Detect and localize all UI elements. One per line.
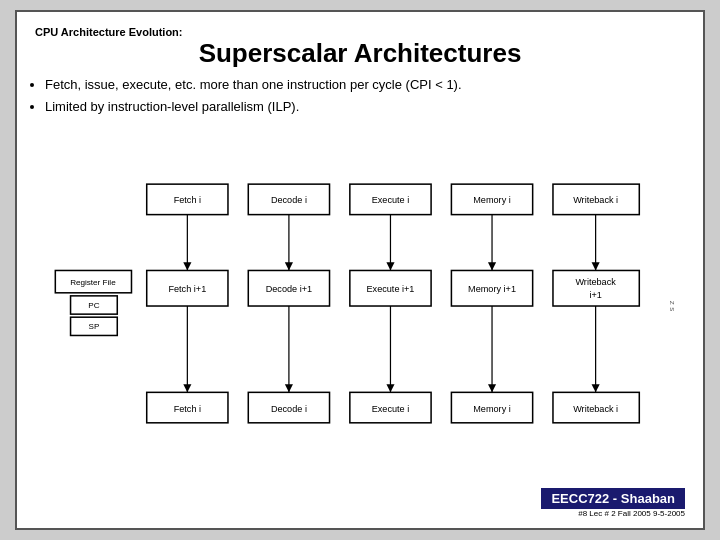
svg-marker-50 <box>285 384 293 392</box>
svg-marker-40 <box>285 262 293 270</box>
bullet-2: Limited by instruction-level parallelism… <box>45 98 685 116</box>
pipeline-svg: Fetch i Decode i Execute i Memory i Writ… <box>35 128 685 484</box>
svg-text:Writeback i: Writeback i <box>573 195 618 205</box>
title: Superscalar Architectures <box>35 39 685 68</box>
svg-text:Execute i: Execute i <box>372 404 410 414</box>
footer: EECC722 - Shaaban #8 Lec # 2 Fall 2005 9… <box>35 488 685 518</box>
svg-marker-46 <box>592 262 600 270</box>
svg-marker-52 <box>386 384 394 392</box>
svg-text:PC: PC <box>88 301 99 310</box>
bullets-list: Fetch, issue, execute, etc. more than on… <box>35 76 685 120</box>
slide: CPU Architecture Evolution: Superscalar … <box>15 10 705 530</box>
footer-badge: EECC722 - Shaaban <box>541 488 685 509</box>
svg-text:Writeback i: Writeback i <box>573 404 618 414</box>
svg-marker-54 <box>488 384 496 392</box>
svg-text:Execute i+1: Execute i+1 <box>367 284 415 294</box>
svg-text:z s: z s <box>668 301 677 311</box>
svg-text:Writeback: Writeback <box>575 277 616 287</box>
svg-text:SP: SP <box>88 322 99 331</box>
svg-text:Fetch i: Fetch i <box>174 404 201 414</box>
svg-text:Memory i: Memory i <box>473 404 511 414</box>
subtitle: CPU Architecture Evolution: <box>35 26 685 38</box>
footer-sub: #8 Lec # 2 Fall 2005 9-5-2005 <box>578 509 685 518</box>
svg-text:Execute i: Execute i <box>372 195 410 205</box>
svg-text:Fetch i: Fetch i <box>174 195 201 205</box>
footer-right: EECC722 - Shaaban #8 Lec # 2 Fall 2005 9… <box>541 488 685 518</box>
svg-marker-56 <box>592 384 600 392</box>
svg-text:Fetch i+1: Fetch i+1 <box>168 284 206 294</box>
svg-text:Decode i: Decode i <box>271 404 307 414</box>
svg-text:Decode i: Decode i <box>271 195 307 205</box>
svg-marker-48 <box>183 384 191 392</box>
svg-text:i+1: i+1 <box>589 290 601 300</box>
svg-text:Memory i: Memory i <box>473 195 511 205</box>
pipeline-diagram: Fetch i Decode i Execute i Memory i Writ… <box>35 128 685 484</box>
svg-text:Register File: Register File <box>70 278 116 287</box>
svg-marker-42 <box>386 262 394 270</box>
bullet-1: Fetch, issue, execute, etc. more than on… <box>45 76 685 94</box>
svg-marker-44 <box>488 262 496 270</box>
svg-text:Decode i+1: Decode i+1 <box>266 284 312 294</box>
svg-marker-38 <box>183 262 191 270</box>
svg-text:Memory i+1: Memory i+1 <box>468 284 516 294</box>
